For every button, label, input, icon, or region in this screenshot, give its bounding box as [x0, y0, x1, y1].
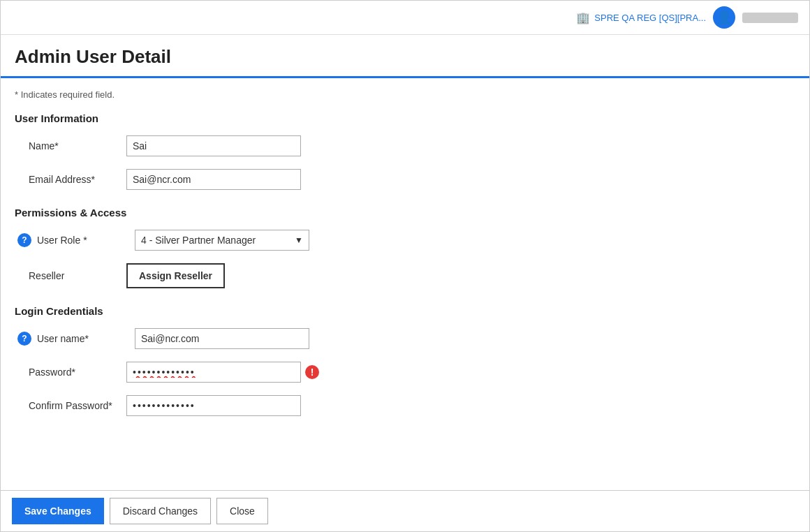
user-avatar[interactable]: 👤	[713, 6, 735, 29]
login-credentials-title: Login Credentials	[15, 305, 795, 317]
user-role-select-wrapper[interactable]: 4 - Silver Partner Manager ▼	[135, 230, 309, 251]
avatar-icon: 👤	[716, 10, 732, 25]
main-content: Admin User Detail * Indicates required f…	[1, 35, 809, 531]
save-changes-button[interactable]: Save Changes	[12, 498, 104, 524]
confirm-password-label: Confirm Password*	[29, 400, 126, 411]
page-header: Admin User Detail	[1, 35, 809, 78]
user-role-select[interactable]: 4 - Silver Partner Manager	[135, 230, 289, 250]
user-info-section: User Information Name* Email Address*	[15, 112, 795, 190]
org-selector[interactable]: 🏢 SPRE QA REG [QS][PRA...	[576, 11, 706, 24]
building-icon: 🏢	[576, 11, 590, 24]
password-label: Password*	[29, 367, 126, 378]
org-name: SPRE QA REG [QS][PRA...	[594, 13, 706, 23]
password-input-wrapper: !	[126, 362, 319, 383]
email-row: Email Address*	[15, 169, 795, 190]
dropdown-arrow-icon: ▼	[289, 231, 309, 249]
user-role-row: ? User Role * 4 - Silver Partner Manager…	[15, 230, 795, 251]
assign-reseller-button[interactable]: Assign Reseller	[126, 263, 225, 288]
permissions-section: Permissions & Access ? User Role * 4 - S…	[15, 207, 795, 288]
user-info-title: User Information	[15, 112, 795, 124]
form-scroll: * Indicates required field. User Informa…	[1, 78, 809, 490]
user-role-label: User Role *	[37, 235, 135, 246]
login-credentials-section: Login Credentials ? User name* Password*…	[15, 305, 795, 416]
top-bar: 🏢 SPRE QA REG [QS][PRA... 👤	[1, 1, 809, 35]
username-label: User name*	[37, 333, 135, 344]
action-bar: Save Changes Discard Changes Close	[1, 490, 809, 531]
password-input[interactable]	[126, 362, 301, 383]
confirm-password-input[interactable]	[126, 395, 301, 416]
email-label: Email Address*	[29, 174, 126, 185]
password-row: Password* !	[15, 362, 795, 383]
username-help-icon[interactable]: ?	[17, 332, 31, 346]
name-label: Name*	[29, 140, 126, 152]
reseller-row: Reseller Assign Reseller	[15, 263, 795, 288]
confirm-password-row: Confirm Password*	[15, 395, 795, 416]
password-error-icon: !	[305, 365, 319, 379]
user-name	[742, 13, 798, 23]
email-input[interactable]	[126, 169, 301, 190]
name-input[interactable]	[126, 135, 301, 156]
reseller-label: Reseller	[29, 270, 126, 281]
page-title: Admin User Detail	[15, 46, 795, 68]
user-role-help-icon[interactable]: ?	[17, 233, 31, 247]
required-note: * Indicates required field.	[15, 89, 795, 100]
name-row: Name*	[15, 135, 795, 156]
username-row: ? User name*	[15, 328, 795, 349]
username-input[interactable]	[135, 328, 309, 349]
discard-changes-button[interactable]: Discard Changes	[110, 498, 211, 524]
permissions-title: Permissions & Access	[15, 207, 795, 219]
close-button[interactable]: Close	[216, 498, 268, 524]
